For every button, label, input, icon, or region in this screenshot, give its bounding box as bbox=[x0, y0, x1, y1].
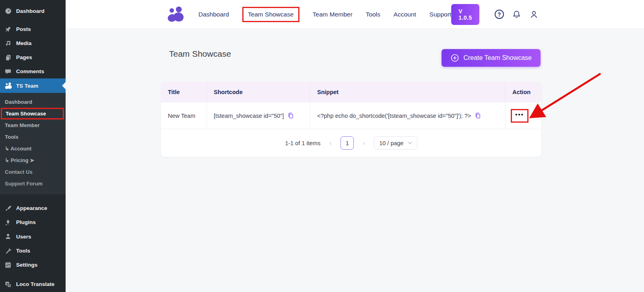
sidebar-item-label: Users bbox=[16, 234, 31, 240]
sidebar-item-label: Appearance bbox=[16, 205, 47, 211]
wrench-icon bbox=[4, 247, 12, 255]
create-button-label: Create Team Showcase bbox=[463, 54, 532, 62]
sidebar-item-label: Loco Translate bbox=[16, 281, 54, 287]
pagination: 1-1 of 1 items ‹ 1 › 10 / page bbox=[161, 129, 541, 157]
prev-page-button[interactable]: ‹ bbox=[326, 140, 335, 147]
submenu-item-tools[interactable]: Tools bbox=[0, 131, 66, 143]
sidebar-item-label: Plugins bbox=[16, 219, 36, 225]
create-team-showcase-button[interactable]: Create Team Showcase bbox=[442, 49, 541, 67]
topbar-nav: Dashboard Team Showcase Team Member Tool… bbox=[198, 7, 451, 22]
submenu-item-pricing[interactable]: ↳ Pricing ➤ bbox=[0, 154, 66, 166]
version-badge: V 1.0.5 bbox=[451, 4, 479, 25]
user-icon[interactable] bbox=[529, 10, 539, 19]
row-actions-button[interactable]: ••• bbox=[515, 113, 524, 119]
topbar-icons: ? bbox=[495, 10, 539, 19]
sidebar-item-media[interactable]: Media bbox=[0, 36, 66, 50]
chevron-down-icon bbox=[408, 142, 412, 144]
team-icon bbox=[4, 82, 12, 90]
team-showcase-table: Title Shortcode Snippet Action New Team … bbox=[161, 82, 541, 157]
help-icon[interactable]: ? bbox=[495, 10, 504, 19]
shortcode-text: [tsteam_showcase id="50"] bbox=[214, 113, 284, 119]
user-icon bbox=[4, 232, 12, 241]
sidebar-item-label: Tools bbox=[16, 248, 30, 254]
table-row: New Team [tsteam_showcase id="50"] <?php… bbox=[161, 103, 541, 129]
sidebar-item-ts-team[interactable]: TS Team bbox=[0, 78, 66, 93]
submenu-item-contact-us[interactable]: Contact Us bbox=[0, 166, 66, 178]
plus-circle-icon bbox=[450, 53, 459, 62]
settings-icon bbox=[4, 261, 12, 269]
sidebar-item-comments[interactable]: Comments bbox=[0, 64, 66, 78]
sidebar-item-pages[interactable]: Pages bbox=[0, 50, 66, 64]
nav-item-team-member[interactable]: Team Member bbox=[313, 11, 353, 18]
sidebar-item-appearance[interactable]: Appearance bbox=[0, 201, 66, 215]
cell-shortcode: [tsteam_showcase id="50"] bbox=[206, 103, 310, 129]
sidebar-item-label: TS Team bbox=[16, 83, 38, 89]
submenu-item-account[interactable]: ↳ Account bbox=[0, 143, 66, 154]
ts-team-logo-icon bbox=[166, 6, 184, 23]
submenu-item-team-showcase[interactable]: Team Showcase bbox=[1, 108, 64, 119]
submenu-item-support-forum[interactable]: Support Forum bbox=[0, 178, 66, 189]
page-size-value: 10 / page bbox=[379, 140, 403, 146]
dashboard-icon bbox=[4, 7, 12, 15]
submenu-item-dashboard[interactable]: Dashboard bbox=[0, 96, 66, 108]
copy-icon[interactable] bbox=[287, 112, 294, 119]
wp-admin-sidebar: Dashboard Posts Media Pages Comments TS … bbox=[0, 0, 66, 292]
page-title: Team Showcase bbox=[169, 49, 231, 59]
sidebar-item-posts[interactable]: Posts bbox=[0, 22, 66, 36]
column-header-snippet: Snippet bbox=[310, 82, 505, 103]
sidebar-item-label: Settings bbox=[16, 262, 37, 268]
cell-action: ••• bbox=[505, 103, 541, 129]
cell-title: New Team bbox=[161, 103, 206, 129]
nav-item-support[interactable]: Support bbox=[429, 11, 451, 18]
pages-icon bbox=[4, 53, 12, 62]
brush-icon bbox=[4, 204, 12, 212]
pushpin-icon bbox=[4, 25, 12, 33]
page-content: Team Showcase Create Team Showcase Title… bbox=[66, 29, 644, 292]
cell-snippet: <?php echo do_shortcode('[tsteam_showcas… bbox=[310, 103, 505, 129]
sidebar-item-plugins[interactable]: Plugins bbox=[0, 215, 66, 229]
comment-icon bbox=[4, 68, 12, 76]
sidebar-item-tools[interactable]: Tools bbox=[0, 244, 66, 258]
column-header-shortcode: Shortcode bbox=[206, 82, 310, 103]
main-area: Dashboard Team Showcase Team Member Tool… bbox=[66, 0, 644, 292]
sidebar-item-loco-translate[interactable]: A Loco Translate bbox=[0, 277, 66, 291]
bell-icon[interactable] bbox=[512, 10, 521, 19]
sidebar-item-label: Pages bbox=[16, 54, 32, 60]
sidebar-item-dashboard[interactable]: Dashboard bbox=[0, 4, 66, 18]
pagination-summary: 1-1 of 1 items bbox=[285, 140, 320, 146]
nav-item-account[interactable]: Account bbox=[394, 11, 416, 18]
sidebar-item-label: Comments bbox=[16, 68, 44, 74]
nav-item-tools[interactable]: Tools bbox=[366, 11, 380, 18]
page-1-button[interactable]: 1 bbox=[341, 136, 354, 150]
page-size-select[interactable]: 10 / page bbox=[374, 136, 417, 150]
column-header-title: Title bbox=[161, 82, 206, 103]
table-header-row: Title Shortcode Snippet Action bbox=[161, 82, 541, 103]
sidebar-item-label: Posts bbox=[16, 26, 31, 32]
next-page-button[interactable]: › bbox=[359, 140, 368, 147]
active-item-pointer bbox=[62, 82, 66, 89]
plugin-topbar: Dashboard Team Showcase Team Member Tool… bbox=[66, 0, 644, 29]
column-header-action: Action bbox=[505, 82, 541, 103]
plugin-icon bbox=[4, 218, 12, 226]
ts-team-submenu: Dashboard Team Showcase Team Member Tool… bbox=[0, 93, 66, 194]
submenu-item-team-member[interactable]: Team Member bbox=[0, 119, 66, 131]
action-highlight-box: ••• bbox=[511, 109, 528, 123]
annotation-arrow bbox=[66, 29, 644, 292]
copy-icon[interactable] bbox=[475, 112, 481, 119]
sidebar-item-label: Dashboard bbox=[16, 8, 45, 14]
sidebar-item-label: Media bbox=[16, 40, 31, 46]
sidebar-item-users[interactable]: Users bbox=[0, 229, 66, 244]
nav-item-team-showcase[interactable]: Team Showcase bbox=[242, 7, 299, 22]
snippet-text: <?php echo do_shortcode('[tsteam_showcas… bbox=[317, 113, 471, 119]
sidebar-item-settings[interactable]: Settings bbox=[0, 258, 66, 272]
translate-icon: A bbox=[4, 280, 12, 288]
media-icon bbox=[4, 39, 12, 47]
nav-item-dashboard[interactable]: Dashboard bbox=[198, 11, 229, 18]
